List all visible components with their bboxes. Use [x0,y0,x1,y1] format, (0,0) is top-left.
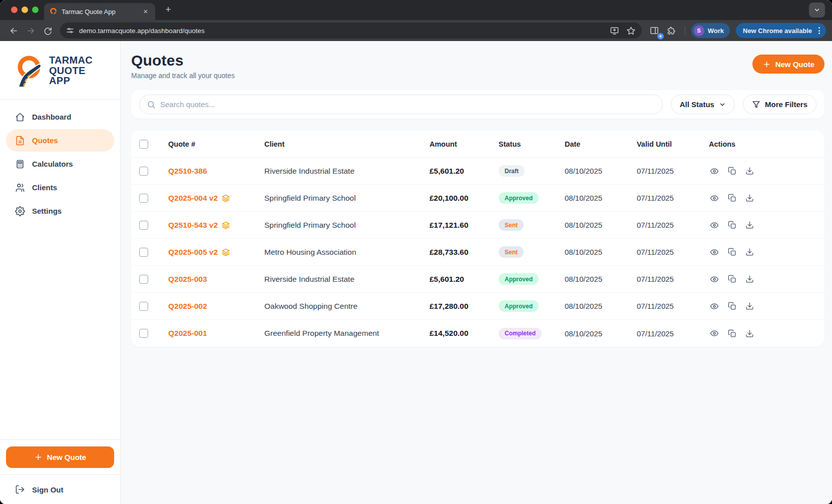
extensions-button[interactable] [664,23,679,38]
duplicate-quote-button[interactable] [727,166,737,176]
reload-button[interactable] [40,23,55,38]
search-icon [147,100,156,109]
sign-out-button[interactable]: Sign Out [6,475,114,504]
funnel-icon [752,100,760,109]
gear-icon [15,206,25,216]
download-quote-button[interactable] [744,274,755,284]
profile-name: Work [708,27,724,35]
row-checkbox[interactable] [139,167,148,176]
versions-layers-icon [221,194,230,203]
duplicate-quote-button[interactable] [727,247,737,257]
sign-out-label: Sign Out [32,485,64,494]
copy-icon [728,194,736,202]
quote-amount: £17,121.60 [422,221,491,230]
status-filter-select[interactable]: All Status [671,95,735,114]
quote-number-link[interactable]: Q2025-004 v2 [168,194,256,203]
tab-close-icon[interactable]: × [141,7,150,16]
download-icon [745,167,754,175]
eye-icon [710,221,719,230]
back-button[interactable] [6,23,21,38]
bookmark-star-icon[interactable] [626,26,636,36]
side-panel-star-badge: ★ [657,33,664,40]
quote-number-link[interactable]: Q2025-002 [168,302,256,311]
quote-number-link[interactable]: Q2510-386 [168,167,256,176]
side-panel-button[interactable]: ★ [647,23,662,38]
new-quote-button[interactable]: New Quote [752,55,824,74]
sidebar-nav: Dashboard Quotes Calculators Clients Set… [0,100,120,222]
chrome-update-chip[interactable]: New Chrome available [736,23,826,38]
more-filters-button[interactable]: More Filters [743,95,816,114]
chevron-down-icon [719,101,726,108]
table-row: Q2025-004 v2 Springfield Primary School … [131,185,824,212]
status-badge: Approved [499,273,539,285]
client-name: Springfield Primary School [256,194,422,203]
sidebar-new-quote-button[interactable]: New Quote [6,446,114,468]
sidebar-item-calculators[interactable]: Calculators [6,153,114,175]
sidebar-item-settings[interactable]: Settings [6,200,114,222]
row-checkbox[interactable] [139,329,148,338]
view-quote-button[interactable] [709,274,720,285]
duplicate-quote-button[interactable] [727,328,737,339]
home-icon [15,112,25,122]
quote-number-link[interactable]: Q2025-001 [168,329,256,338]
app-logo: TARMAC QUOTE APP [0,41,120,99]
forward-button[interactable] [23,23,38,38]
table-row: Q2510-386 Riverside Industrial Estate £5… [131,158,824,185]
browser-tab[interactable]: Tarmac Quote App × [44,3,155,20]
address-bar[interactable]: demo.tarmacquote.app/dashboard/quotes [60,23,642,39]
duplicate-quote-button[interactable] [727,220,737,230]
row-checkbox[interactable] [139,221,148,230]
download-quote-button[interactable] [744,301,755,311]
duplicate-quote-button[interactable] [727,274,737,284]
view-quote-button[interactable] [709,301,720,312]
quote-number-link[interactable]: Q2510-543 v2 [168,221,256,230]
view-quote-button[interactable] [709,193,720,204]
maximize-window-button[interactable] [32,7,39,13]
close-window-button[interactable] [11,7,18,13]
sidebar-item-label: Clients [32,183,57,192]
valid-until-date: 07/11/2025 [629,302,701,310]
profile-chip[interactable]: S Work [691,23,730,38]
install-app-icon[interactable] [610,26,619,36]
row-checkbox[interactable] [139,275,148,284]
quote-number-link[interactable]: Q2025-003 [168,275,256,284]
sidebar-item-dashboard[interactable]: Dashboard [6,106,114,128]
client-name: Greenfield Property Management [256,329,422,338]
duplicate-quote-button[interactable] [727,193,737,203]
quote-amount: £28,733.60 [422,248,491,257]
download-quote-button[interactable] [744,328,755,339]
view-quote-button[interactable] [709,166,720,177]
status-badge: Draft [499,165,525,177]
new-tab-button[interactable]: + [161,3,175,17]
view-quote-button[interactable] [709,247,720,258]
search-input[interactable] [160,100,655,109]
duplicate-quote-button[interactable] [727,301,737,311]
logout-icon [15,484,25,494]
view-quote-button[interactable] [709,328,720,339]
download-quote-button[interactable] [744,193,755,203]
download-quote-button[interactable] [744,166,755,176]
sidebar-item-clients[interactable]: Clients [6,176,114,199]
eye-icon [710,329,719,338]
select-all-checkbox[interactable] [139,140,148,149]
quote-date: 08/10/2025 [557,329,629,338]
minimize-window-button[interactable] [22,7,28,13]
browser-menu-icon[interactable] [815,27,823,34]
calculator-icon [15,159,25,169]
quote-number-link[interactable]: Q2025-005 v2 [168,248,256,257]
toolbar-divider [685,26,685,35]
tab-search-chevron-button[interactable] [809,3,825,18]
download-quote-button[interactable] [744,220,755,230]
table-row: Q2025-001 Greenfield Property Management… [131,320,824,347]
column-header-valid-until: Valid Until [629,140,701,148]
status-badge: Sent [499,246,524,258]
download-quote-button[interactable] [744,247,755,257]
sidebar-item-quotes[interactable]: Quotes [6,129,114,152]
copy-icon [728,221,736,229]
view-quote-button[interactable] [709,220,720,231]
row-checkbox[interactable] [139,194,148,203]
row-checkbox[interactable] [139,302,148,311]
table-row: Q2510-543 v2 Springfield Primary School … [131,212,824,239]
download-icon [745,329,754,338]
row-checkbox[interactable] [139,248,148,257]
